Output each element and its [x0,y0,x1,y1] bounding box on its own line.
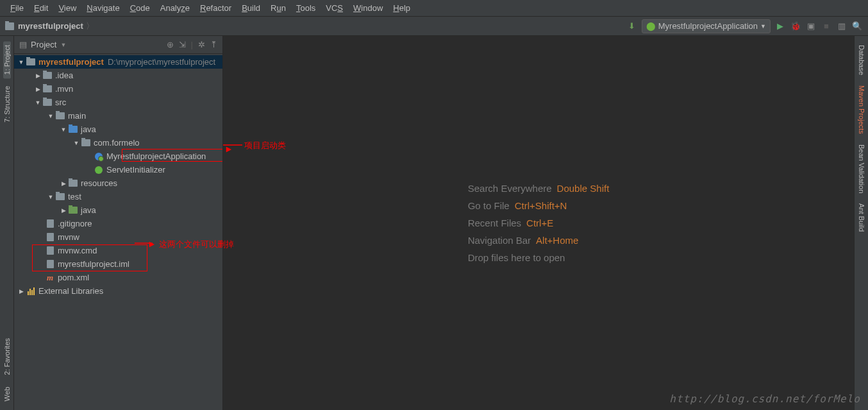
menu-run[interactable]: Run [265,0,291,17]
tree-item-mvn[interactable]: ▶ .mvn [14,82,222,96]
expand-arrow-icon[interactable]: ▶ [59,207,68,214]
expand-arrow-icon[interactable]: ▶ [33,73,42,79]
maven-icon: m [45,273,55,283]
collapse-all-icon[interactable]: ⇲ [179,40,186,49]
expand-arrow-icon[interactable]: ▼ [59,126,68,133]
expand-arrow-icon[interactable]: ▼ [46,113,55,119]
menu-edit[interactable]: Edit [29,0,53,17]
package-icon [81,139,90,146]
chevron-down-icon: ▼ [760,23,766,30]
run-button[interactable]: ▶ [774,21,786,32]
right-tool-gutter: Database Maven Projects Bean Validation … [854,36,868,410]
watermark: http://blog.csdn.net/forMelo [669,393,860,405]
menu-window[interactable]: Window [348,0,388,17]
editor-empty-state: Search EverywhereDouble Shift Go to File… [223,36,854,410]
expand-arrow-icon[interactable]: ▼ [46,194,55,200]
annotation-line [223,145,242,146]
tree-item-src[interactable]: ▼ src [14,96,222,109]
project-tree[interactable]: ▼ myrestfulproject D:\myproject\myrestfu… [14,54,222,410]
file-icon [47,260,54,268]
tree-item-test[interactable]: ▼ test [14,190,222,203]
hide-icon[interactable]: ⤒ [210,40,217,49]
tool-tab-structure[interactable]: 7: Structure [3,82,11,126]
tool-tab-project[interactable]: 1: Project [3,41,11,78]
expand-arrow-icon[interactable]: ▶ [59,180,68,187]
folder-icon [56,193,65,200]
chevron-down-icon[interactable]: ▼ [60,42,66,48]
java-class-icon [95,166,103,174]
folder-icon [26,58,35,65]
locate-icon[interactable]: ⊕ [167,40,174,49]
tree-item-java[interactable]: ▼ java [14,123,222,136]
project-panel-header: ▤ Project ▼ ⊕ ⇲ | ✲ ⤒ [14,36,222,54]
annotation-label-delete: 这两个文件可以删掉 [159,239,234,250]
tool-tab-database[interactable]: Database [856,41,867,79]
menu-file[interactable]: File [5,0,29,17]
file-icon [47,219,54,228]
tree-item-gitignore[interactable]: .gitignore [14,217,222,230]
menu-refactor[interactable]: Refactor [195,0,237,17]
tool-tab-ant[interactable]: Ant Build [856,200,867,235]
menu-view[interactable]: View [53,0,81,17]
tree-item-pom[interactable]: m pom.xml [14,271,222,284]
breadcrumb[interactable]: myrestfulproject 〉 [0,21,626,32]
expand-arrow-icon[interactable]: ▶ [33,86,42,92]
hint-nav: Navigation BarAlt+Home [468,235,610,246]
left-tool-gutter: 1: Project 7: Structure 2: Favorites Web [0,36,14,410]
library-icon [28,287,35,295]
breadcrumb-project: myrestfulproject [18,21,83,31]
stop-button[interactable]: ■ [821,21,832,32]
tree-item-test-java[interactable]: ▶ java [14,203,222,217]
expand-arrow-icon[interactable]: ▶ [17,288,26,295]
tree-item-main[interactable]: ▼ main [14,109,222,123]
tree-item-servlet-class[interactable]: ServletInitializer [14,163,222,176]
tree-item-package[interactable]: ▼ com.formelo [14,136,222,149]
menu-vcs[interactable]: VCS [321,0,348,17]
menu-tools[interactable]: Tools [291,0,321,17]
tool-tab-favorites[interactable]: 2: Favorites [3,334,11,379]
tree-root[interactable]: ▼ myrestfulproject D:\myproject\myrestfu… [14,55,222,69]
tree-item-idea[interactable]: ▶ .idea [14,69,222,82]
spring-icon: ⬤ [646,21,656,31]
tree-item-resources[interactable]: ▶ resources [14,176,222,190]
hint-goto: Go to FileCtrl+Shift+N [468,200,610,211]
folder-icon [5,22,14,30]
tree-root-path: D:\myproject\myrestfulproject [108,57,215,67]
folder-icon [43,85,52,92]
source-folder-icon [69,126,78,133]
panel-title[interactable]: Project [31,40,56,49]
tree-item-external-libs[interactable]: ▶ External Libraries [14,284,222,298]
tool-tab-web[interactable]: Web [3,383,11,405]
navigation-toolbar: myrestfulproject 〉 ⬇ ⬤ MyrestfulprojectA… [0,17,868,36]
project-structure-button[interactable]: ▥ [836,21,847,32]
menu-help[interactable]: Help [388,0,415,17]
search-everywhere-button[interactable]: 🔍 [851,21,863,32]
tree-item-app-class[interactable]: MyrestfulprojectApplication [14,149,222,163]
file-icon [47,246,54,255]
project-tool-window: ▤ Project ▼ ⊕ ⇲ | ✲ ⤒ ▼ myrestfulproject… [14,36,223,410]
debug-button[interactable]: 🐞 [790,21,801,32]
expand-arrow-icon[interactable]: ▼ [33,99,42,106]
tree-item-iml[interactable]: myrestfulproject.iml [14,257,222,271]
project-view-icon: ▤ [19,40,27,49]
chevron-right-icon: 〉 [86,21,94,32]
menu-bar: File Edit View Navigate Code Analyze Ref… [0,0,868,17]
menu-navigate[interactable]: Navigate [81,0,124,17]
menu-analyze[interactable]: Analyze [155,0,195,17]
run-config-name: MyrestfulprojectApplication [658,21,758,31]
expand-arrow-icon[interactable]: ▼ [17,59,26,65]
test-folder-icon [69,207,78,214]
tool-tab-maven[interactable]: Maven Projects [856,81,867,138]
hint-drop: Drop files here to open [468,252,610,263]
hint-recent: Recent FilesCtrl+E [468,218,610,228]
coverage-button[interactable]: ▣ [805,21,817,32]
menu-code[interactable]: Code [125,0,155,17]
gear-icon[interactable]: ✲ [198,40,205,49]
tool-tab-bean[interactable]: Bean Validation [856,141,867,197]
annotation-label-startup: 项目启动类 [244,140,286,151]
annotation-line [135,243,153,244]
run-configuration-selector[interactable]: ⬤ MyrestfulprojectApplication ▼ [642,19,771,33]
menu-build[interactable]: Build [237,0,265,17]
expand-arrow-icon[interactable]: ▼ [72,140,81,146]
build-icon[interactable]: ⬇ [626,21,638,32]
